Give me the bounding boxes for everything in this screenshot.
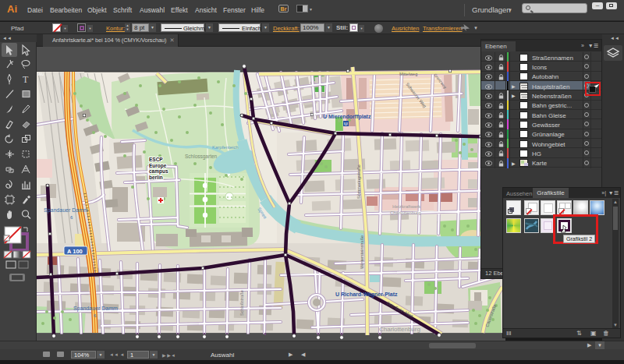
- svg-text:Charlottenburg: Charlottenburg: [390, 210, 421, 215]
- svg-text:A 100: A 100: [67, 248, 83, 255]
- svg-text:U: U: [344, 122, 347, 126]
- svg-text:Heizkraftwerk: Heizkraftwerk: [392, 204, 421, 209]
- svg-text:Karpfenteich: Karpfenteich: [212, 145, 239, 150]
- svg-text:Spandauer Damm: Spandauer Damm: [73, 306, 118, 312]
- svg-text:Mittelweg: Mittelweg: [399, 72, 417, 76]
- svg-text:berlin: berlin: [149, 175, 163, 180]
- svg-text:Charlottenburg: Charlottenburg: [379, 326, 420, 333]
- svg-text:Wu: Wu: [37, 72, 44, 76]
- svg-text:U Mierendorffplatz: U Mierendorffplatz: [323, 114, 371, 120]
- svg-text:T: T: [23, 74, 29, 85]
- svg-text:ESCP: ESCP: [149, 157, 163, 162]
- svg-text:U Richard-Wagner-Platz: U Richard-Wagner-Platz: [335, 292, 398, 298]
- svg-text:Spandauer Damm: Spandauer Damm: [44, 207, 88, 214]
- svg-text:Sömmeringstraße: Sömmeringstraße: [356, 164, 361, 199]
- svg-text:Wintersteinstraße: Wintersteinstraße: [360, 235, 364, 269]
- svg-text:Schlossgarten: Schlossgarten: [185, 154, 218, 160]
- svg-text:Schloßstraße: Schloßstraße: [239, 290, 244, 316]
